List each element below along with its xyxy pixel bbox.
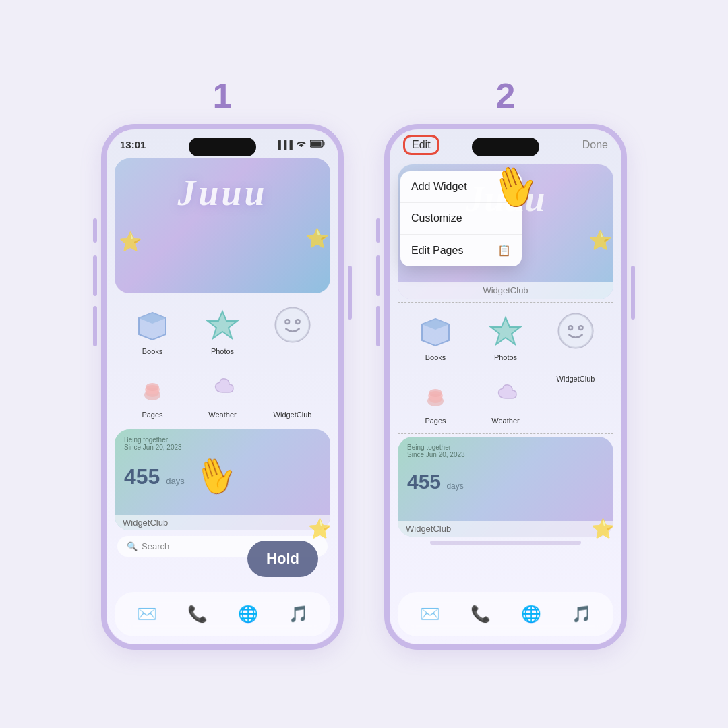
weather-label-2: Weather [491, 417, 519, 425]
phone2-widget-text2: Since Jun 20, 2023 [407, 451, 604, 458]
app2-weather[interactable]: Weather [471, 368, 541, 431]
svg-point-7 [276, 308, 309, 342]
battery-icon [310, 140, 325, 150]
context-edit-pages[interactable]: Edit Pages 📋 [400, 235, 522, 266]
star-deco-4: ⭐ [588, 229, 612, 251]
done-button[interactable]: Done [582, 139, 608, 151]
app2-widgetclub[interactable]: WidgetClub [541, 368, 611, 431]
step1-container: 1 13:01 ▐▐▐ [101, 78, 344, 650]
star-deco-3: ⭐ [308, 518, 332, 540]
step2-container: 2 Edit Done Add Widget Customi [384, 78, 627, 650]
phone2-dynamic-island [472, 138, 539, 156]
phone2-dock: ✉️ 📞 🌐 🎵 [398, 592, 613, 636]
dock2-phone[interactable]: 📞 [465, 599, 496, 630]
edit-pages-icon: 📋 [497, 244, 511, 257]
app-widgetclub2[interactable]: WidgetClub [257, 362, 328, 425]
phone1-dock: ✉️ 📞 🌐 🎵 [115, 592, 330, 636]
phone1-widget-text2: Since Jun 20, 2023 [124, 444, 321, 451]
phone1-app-grid: Books Photos [117, 299, 328, 425]
books-icon [133, 305, 172, 344]
phone2-screen: Edit Done Add Widget Customize Edit Page… [390, 129, 621, 644]
pages-icon [133, 369, 172, 408]
app2-smiley[interactable] [541, 305, 611, 368]
app-photos[interactable]: Photos [187, 299, 257, 362]
books-label: Books [142, 347, 163, 355]
phone1-bottom-widget-label: WidgetClub [115, 515, 330, 530]
widgetclub-label: WidgetClub [274, 411, 312, 419]
app2-photos[interactable]: Photos [471, 305, 541, 368]
phone2-app-grid: Books Photos [400, 305, 611, 431]
add-widget-label: Add Widget [411, 181, 467, 193]
phone2-top-widget-label: WidgetClub [398, 282, 613, 299]
hold-button: Hold [247, 541, 318, 577]
widgetclub-icon [273, 369, 312, 408]
app2-books[interactable]: Books [400, 305, 471, 368]
juju-text: Juuu [115, 172, 330, 214]
phone2-bottom-widget-label: WidgetClub [398, 521, 613, 537]
step2-number: 2 [496, 78, 516, 113]
dock2-mail[interactable]: ✉️ [415, 599, 446, 630]
phone2-mute-btn [376, 218, 380, 243]
svg-point-24 [429, 389, 442, 397]
dock2-web[interactable]: 🌐 [516, 599, 547, 630]
phone2-wrapper: Edit Done Add Widget Customize Edit Page… [384, 124, 627, 650]
phone1-power-btn [348, 266, 352, 320]
dashed-sep-1 [398, 302, 613, 303]
svg-point-18 [559, 314, 593, 348]
phone1-vol-down-btn [93, 306, 97, 346]
svg-marker-5 [208, 311, 237, 338]
phone1-screen: 13:01 ▐▐▐ Juuu WidgetClub [107, 129, 338, 644]
smiley-icon [273, 305, 312, 344]
dock-phone[interactable]: 📞 [182, 599, 213, 630]
app-weather[interactable]: Weather [187, 362, 257, 425]
signal-icon: ▐▐▐ [275, 140, 293, 150]
widgetclub-label-2: WidgetClub [557, 375, 595, 383]
phone1-time: 13:01 [120, 139, 146, 150]
phone2-frame: Edit Done Add Widget Customize Edit Page… [384, 124, 627, 650]
dashed-sep-2 [398, 433, 613, 434]
phone1-mute-btn [93, 218, 97, 243]
wifi-icon [296, 140, 307, 150]
photos-label-2: Photos [494, 353, 517, 361]
star-deco-1: ⭐ [119, 231, 142, 253]
star-deco-5: ⭐ [591, 518, 615, 540]
edit-pages-label: Edit Pages [411, 245, 463, 257]
app-pages[interactable]: Pages [117, 362, 187, 425]
weather-icon-2 [486, 375, 525, 414]
svg-rect-1 [324, 142, 325, 146]
books-icon-2 [416, 311, 455, 351]
svg-rect-2 [311, 142, 322, 146]
star-deco-2: ⭐ [305, 227, 329, 249]
svg-marker-16 [491, 317, 520, 344]
pages-label-2: Pages [425, 417, 446, 425]
dock2-music[interactable]: 🎵 [566, 599, 597, 630]
dock-mail[interactable]: ✉️ [131, 599, 162, 630]
phone1-status-icons: ▐▐▐ [275, 140, 325, 150]
app-widgetclub-smiley[interactable] [257, 299, 328, 362]
phone1-top-widget: Juuu WidgetClub [115, 158, 330, 293]
edit-button[interactable]: Edit [403, 135, 439, 155]
photos-icon-2 [486, 311, 525, 351]
phone2-vol-up-btn [376, 255, 380, 296]
phone1-wrapper: 13:01 ▐▐▐ Juuu WidgetClub [101, 124, 344, 650]
dock-music[interactable]: 🎵 [283, 599, 314, 630]
search-icon: 🔍 [127, 541, 138, 551]
scroll-indicator [430, 541, 581, 545]
pages-label: Pages [142, 411, 162, 419]
photos-label: Photos [211, 347, 234, 355]
weather-label: Weather [208, 411, 236, 419]
app2-pages[interactable]: Pages [400, 368, 471, 431]
weather-icon [203, 369, 242, 408]
phone2-days: 455 days [407, 471, 604, 493]
phone2-power-btn [631, 266, 635, 320]
dock-web[interactable]: 🌐 [233, 599, 264, 630]
search-text: Search [142, 541, 169, 551]
books-label-2: Books [425, 353, 446, 361]
smiley-icon-2 [556, 311, 595, 351]
app-books[interactable]: Books [117, 299, 187, 362]
phone1-frame: 13:01 ▐▐▐ Juuu WidgetClub [101, 124, 344, 650]
phone2-vol-down-btn [376, 306, 380, 346]
phone2-bottom-widget: Being together Since Jun 20, 2023 455 da… [398, 437, 613, 537]
phone1-widget-text1: Being together [124, 436, 321, 444]
phone1-dynamic-island [189, 138, 256, 156]
